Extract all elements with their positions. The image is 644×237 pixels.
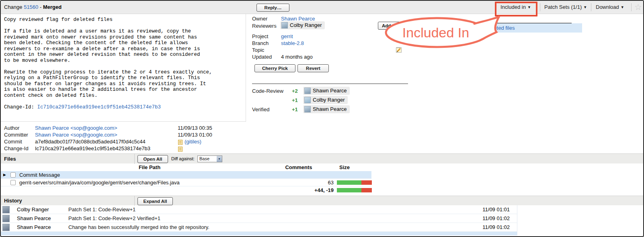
included-in-callout: Included In <box>375 15 503 50</box>
expand-all-button[interactable]: Expand All <box>137 197 173 205</box>
label-row-verified-plus1: Verified +1 Shawn Pearce <box>1 105 403 114</box>
copy-icon[interactable] <box>178 146 183 152</box>
section-divider <box>134 154 135 164</box>
gitiles-link[interactable]: (gitiles) <box>185 139 201 145</box>
select-arrow-icon: ▼ <box>217 156 222 162</box>
voter-chip[interactable]: Shawn Pearce <box>303 105 350 113</box>
file-path-link[interactable]: Commit Message <box>19 171 60 179</box>
label-row-code-review-plus2: Code-Review +2 Shawn Pearce <box>1 87 403 96</box>
column-size: Size <box>339 163 358 171</box>
change-label: Change <box>4 4 24 10</box>
files-section-bar: Files Open All Diff against: Base ▼ <box>1 153 643 163</box>
label-category: Code-Review <box>252 88 283 94</box>
revert-button[interactable]: Revert <box>297 64 329 72</box>
star-icon[interactable]: ☆ <box>634 2 642 12</box>
avatar <box>2 206 10 213</box>
change-number-link[interactable]: 51560 <box>24 4 38 10</box>
files-table-header: File Path Comments Size <box>1 163 371 171</box>
voter-name: Colby Ranger <box>313 97 345 103</box>
section-divider <box>134 196 135 206</box>
download-menu[interactable]: Download▼ <box>596 1 624 14</box>
open-all-button[interactable]: Open All <box>137 155 168 163</box>
vote-score: +2 <box>292 87 303 96</box>
commit-links: (gitiles) <box>178 138 201 145</box>
chevron-down-icon: ▼ <box>583 5 587 9</box>
column-comments: Comments <box>284 163 314 171</box>
history-section-bar: History Expand All <box>1 196 643 205</box>
meta-label: Committer <box>4 131 35 138</box>
voter-chip[interactable]: Shawn Pearce <box>303 87 350 95</box>
change-status: Merged <box>43 4 62 10</box>
vote-score: +1 <box>292 96 303 105</box>
updated-value: 4 months ago <box>281 53 313 60</box>
voter-name: Shawn Pearce <box>313 106 347 112</box>
history-table-border <box>517 205 517 235</box>
callout-text: Included In <box>402 25 469 40</box>
updated-label: Updated <box>252 53 272 60</box>
avatar <box>304 88 311 94</box>
history-row: Colby Ranger Patch Set 1: Code-Review+1 … <box>1 205 517 214</box>
gerrit-change-screen: Change 51560 - Merged Reply… Included in… <box>0 0 644 237</box>
author-link[interactable]: Shawn Pearce <sop@google.com> <box>35 125 117 131</box>
branch-link[interactable]: stable-2.8 <box>281 40 304 47</box>
size-bar <box>337 180 372 185</box>
change-id-copy <box>178 145 185 152</box>
owner-label: Owner <box>252 15 267 22</box>
header-bar: Change 51560 - Merged Reply… Included in… <box>1 1 643 14</box>
history-row-partial <box>1 232 517 235</box>
header-divider <box>540 3 540 11</box>
annotation-highlight-box <box>495 2 537 16</box>
reply-button[interactable]: Reply… <box>256 4 289 12</box>
history-message: Patch Set 1: Code-Review+1 <box>68 205 135 214</box>
header-divider <box>591 3 591 11</box>
avatar <box>304 97 311 103</box>
file-row-totals: +44, -19 <box>1 186 371 194</box>
committer-link[interactable]: Shawn Pearce <sop@google.com> <box>35 131 117 138</box>
branch-label: Branch <box>252 40 269 47</box>
file-size-count: 63 <box>289 179 334 186</box>
expander-icon[interactable]: ▶ <box>3 171 6 179</box>
size-bar <box>337 188 372 192</box>
committer-date: 11/09/13 01:00 <box>178 131 212 138</box>
reviewer-chip[interactable]: Colby Ranger <box>280 21 325 30</box>
meta-label: Commit <box>4 138 35 145</box>
label-category: Verified <box>252 106 269 113</box>
meta-label: Author <box>4 125 35 131</box>
title-separator: - <box>38 4 43 10</box>
file-checkbox[interactable] <box>10 180 16 185</box>
commit-message-body: Copy reviewed flag for deleted files If … <box>4 17 212 98</box>
avatar <box>2 224 10 231</box>
file-checkbox[interactable] <box>10 172 16 178</box>
label-row-code-review-plus1: +1 Colby Ranger <box>1 96 403 105</box>
avatar <box>304 106 311 112</box>
reviewers-label: Reviewers <box>252 22 277 29</box>
history-timestamp: 11/09 01:02 <box>462 214 510 223</box>
history-row: Shawn Pearce Patch Set 1: Code-Review+2 … <box>1 214 517 223</box>
meta-label: Change-Id <box>4 145 35 152</box>
file-row-commit-message[interactable]: ▶ Commit Message <box>1 171 371 179</box>
diff-against-value: Base <box>199 156 209 161</box>
project-label: Project <box>252 33 268 40</box>
cherry-pick-button[interactable]: Cherry Pick <box>254 64 295 72</box>
history-row: Shawn Pearce Change has been successfull… <box>1 223 517 232</box>
diff-against-select[interactable]: Base ▼ <box>197 155 222 162</box>
column-file-path: File Path <box>121 163 178 171</box>
labels-separator <box>252 84 408 84</box>
avatar <box>2 215 10 222</box>
page-title: Change 51560 - Merged <box>4 1 62 14</box>
topic-label: Topic <box>252 47 264 53</box>
history-author: Shawn Pearce <box>17 223 51 232</box>
voter-chip[interactable]: Colby Ranger <box>303 96 348 104</box>
history-message: Change has been successfully merged into… <box>68 223 209 232</box>
diff-against-label: Diff against: <box>171 154 195 164</box>
patch-sets-menu[interactable]: Patch Sets (1/1)▼ <box>544 1 587 14</box>
vote-score: +1 <box>292 105 303 114</box>
copy-icon[interactable] <box>178 139 183 145</box>
project-link[interactable]: gerrit <box>281 33 293 40</box>
files-section-title: Files <box>4 154 16 164</box>
total-size-delta: +44, -19 <box>289 186 334 194</box>
author-date: 11/09/13 00:35 <box>178 125 212 131</box>
voter-name: Shawn Pearce <box>313 88 347 94</box>
file-path-link[interactable]: gerrit-server/src/main/java/com/google/g… <box>19 179 180 186</box>
file-row-files-java[interactable]: gerrit-server/src/main/java/com/google/g… <box>1 179 371 186</box>
